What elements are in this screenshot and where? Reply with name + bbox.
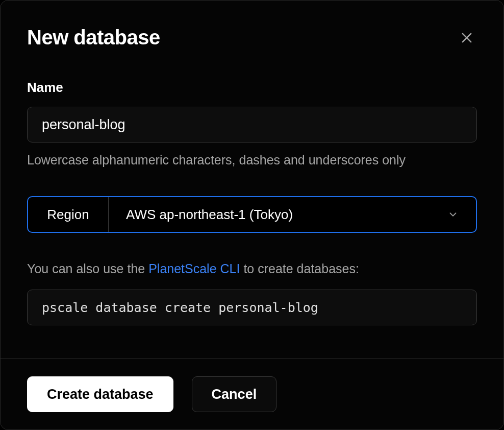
- cli-command-text: pscale database create personal-blog: [42, 300, 318, 315]
- cancel-button[interactable]: Cancel: [192, 376, 277, 412]
- modal-header: New database: [27, 26, 477, 49]
- cli-command-block[interactable]: pscale database create personal-blog: [27, 290, 477, 325]
- name-hint: Lowercase alphanumeric characters, dashe…: [27, 153, 477, 168]
- modal-footer: Create database Cancel: [1, 359, 503, 429]
- cli-prefix: You can also use the: [27, 261, 148, 276]
- region-select[interactable]: AWS ap-northeast-1 (Tokyo): [109, 197, 476, 232]
- name-input[interactable]: [27, 107, 477, 142]
- modal-title: New database: [27, 26, 160, 49]
- region-label: Region: [28, 197, 109, 232]
- name-label: Name: [27, 80, 477, 95]
- new-database-modal: New database Name Lowercase alphanumeric…: [0, 0, 504, 430]
- close-icon: [460, 31, 474, 45]
- modal-body: New database Name Lowercase alphanumeric…: [1, 1, 503, 359]
- region-selected-value: AWS ap-northeast-1 (Tokyo): [126, 207, 447, 223]
- cli-suffix: to create databases:: [240, 261, 359, 276]
- create-database-button[interactable]: Create database: [27, 376, 173, 412]
- cli-link[interactable]: PlanetScale CLI: [148, 261, 240, 276]
- cli-help-text: You can also use the PlanetScale CLI to …: [27, 261, 477, 276]
- close-button[interactable]: [457, 28, 477, 48]
- region-select-group: Region AWS ap-northeast-1 (Tokyo): [27, 196, 477, 233]
- chevron-down-icon: [447, 209, 459, 220]
